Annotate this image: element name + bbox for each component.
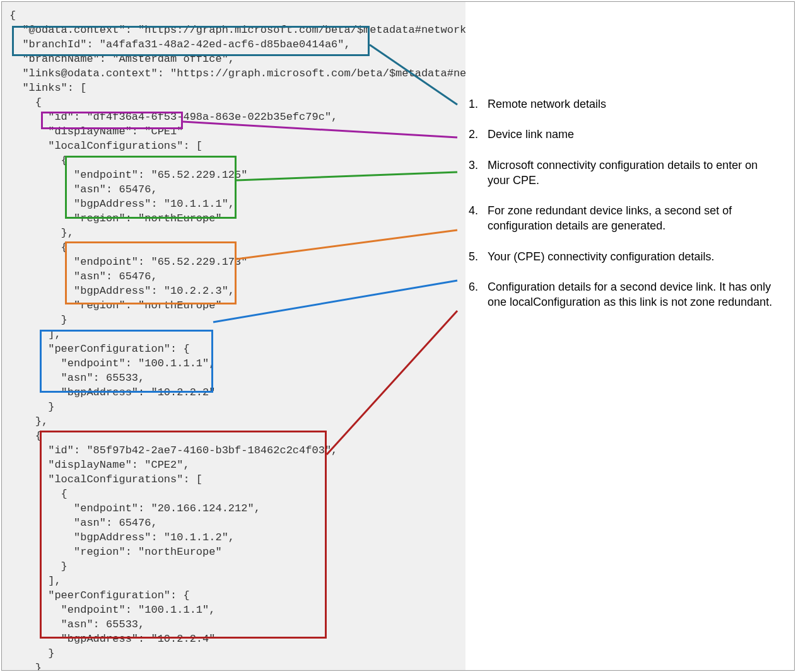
code-line: "asn": 65476,: [9, 269, 458, 284]
code-line: }: [9, 400, 458, 414]
code-line: {: [9, 429, 458, 443]
code-line: {: [9, 240, 458, 255]
code-line: "links": [: [9, 81, 458, 95]
document-container: { "@odata.context": "https://graph.micro…: [1, 1, 795, 671]
code-line: "asn": 65476,: [9, 516, 458, 530]
code-line: "bgpAddress": "10.2.2.2": [9, 385, 458, 400]
annotation-item: Microsoft connectivity configuration det…: [469, 158, 781, 188]
code-line: "bgpAddress": "10.1.1.2",: [9, 530, 458, 545]
code-line: {: [9, 153, 458, 168]
code-line: "asn": 65533,: [9, 371, 458, 385]
code-line: }: [9, 313, 458, 327]
code-line: "endpoint": "65.52.229.173": [9, 255, 458, 269]
code-line: {: [9, 8, 458, 23]
code-line: "endpoint": "100.1.1.1",: [9, 603, 458, 617]
annotation-item: Device link name: [469, 127, 781, 142]
code-line: }: [9, 661, 458, 670]
code-line: "localConfigurations": [: [9, 472, 458, 487]
code-line: },: [9, 414, 458, 429]
code-line: "branchId": "a4fafa31-48a2-42ed-acf6-d85…: [9, 37, 458, 52]
code-line: "asn": 65533,: [9, 617, 458, 632]
code-line: "endpoint": "65.52.229.125": [9, 168, 458, 182]
code-line: }: [9, 559, 458, 574]
annotation-item: Remote network details: [469, 96, 781, 112]
code-line: "endpoint": "100.1.1.1",: [9, 356, 458, 371]
annotation-item: For zone redundant device links, a secon…: [469, 203, 781, 234]
code-line: "localConfigurations": [: [9, 139, 458, 153]
annotations-panel: Remote network details Device link name …: [465, 2, 794, 670]
code-line: "branchName": "Amsterdam office",: [9, 52, 458, 66]
json-code-panel: { "@odata.context": "https://graph.micro…: [2, 2, 465, 670]
code-line: "links@odata.context": "https://graph.mi…: [9, 66, 458, 81]
code-line: "peerConfiguration": {: [9, 342, 458, 356]
code-line: "displayName": "CPE2",: [9, 458, 458, 472]
code-line: }: [9, 646, 458, 661]
annotation-item: Configuration details for a second devic…: [469, 279, 781, 310]
code-line: "asn": 65476,: [9, 182, 458, 197]
code-line: "region": "northEurope": [9, 545, 458, 559]
code-line: "region": "northEurope": [9, 298, 458, 313]
code-line: "displayName": "CPE1": [9, 124, 458, 139]
code-line: "peerConfiguration": {: [9, 588, 458, 603]
code-line: {: [9, 487, 458, 501]
code-line: "bgpAddress": "10.2.2.3",: [9, 284, 458, 298]
code-line: {: [9, 95, 458, 110]
code-line: "@odata.context": "https://graph.microso…: [9, 23, 458, 37]
code-line: "bgpAddress": "10.2.2.4": [9, 632, 458, 646]
code-line: "bgpAddress": "10.1.1.1",: [9, 197, 458, 211]
code-line: "id": "85f97b42-2ae7-4160-b3bf-18462c2c4…: [9, 443, 458, 458]
code-line: },: [9, 226, 458, 240]
code-line: "region": "northEurope": [9, 211, 458, 226]
annotation-item: Your (CPE) connectivity configuration de…: [469, 249, 781, 264]
code-line: ],: [9, 327, 458, 342]
code-line: ],: [9, 574, 458, 588]
code-line: "endpoint": "20.166.124.212",: [9, 501, 458, 516]
code-line: "id": "df4f36a4-6f53-498a-863e-022b35efc…: [9, 110, 458, 124]
